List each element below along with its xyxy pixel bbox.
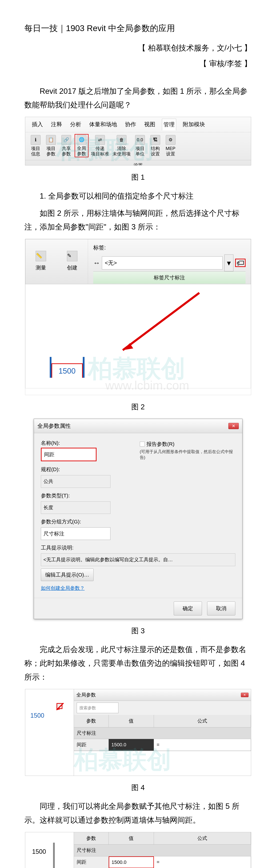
figure-5: 1500 1500 参数 值 公式 尺寸标注 间距 1500.0 =	[25, 832, 251, 868]
label-dropdown[interactable]: <无>	[102, 256, 223, 270]
btn-project-params[interactable]: 📋 项目 参数	[44, 134, 58, 157]
tab-collaborate[interactable]: 协作	[123, 119, 138, 130]
name-label: 名称(N):	[41, 438, 136, 448]
ribbon-group-label: 设置	[25, 160, 251, 165]
name-input[interactable]: 间距	[41, 448, 96, 461]
paramtype-select[interactable]: 长度	[41, 501, 110, 514]
tooltip-label: 工具提示说明:	[41, 543, 235, 552]
svg-line-0	[123, 293, 199, 350]
red-arrow	[116, 291, 203, 353]
btn-label: 参数	[77, 151, 86, 156]
article-title: 每日一技｜1903 Revit 中全局参数的应用	[24, 21, 252, 36]
btn-struct-settings[interactable]: 🏗 结构 设置	[148, 134, 162, 157]
btn-label: 参数	[47, 151, 55, 157]
cell-formula[interactable]: =	[154, 856, 251, 868]
figure-1: 插入 注释 分析 体量和场地 协作 视图 管理 附加模块 ℹ 项目 信息 📋 项…	[25, 117, 251, 165]
tab-view[interactable]: 视图	[143, 119, 157, 130]
btn-label: 共享	[62, 146, 71, 151]
btn-global-params[interactable]: 🌐 全局 参数	[75, 134, 88, 157]
btn-label: 设置	[166, 151, 175, 157]
p-after4: 同理，我们可以将此全局参数赋予其他尺寸标注，如图 5 所示。这样就可以通过参数控…	[24, 799, 252, 827]
cancel-button[interactable]: 取消	[207, 601, 235, 615]
btn-label: 项目	[47, 146, 55, 151]
dialog-title: 全局参数属性	[37, 421, 71, 431]
label-text: 标签:	[93, 243, 246, 253]
btn-label: MEP	[166, 146, 175, 151]
report-label: 报告参数(R)	[146, 439, 174, 449]
dimension-value[interactable]: 1500	[52, 363, 83, 378]
create-icon[interactable]: ✎	[67, 251, 77, 261]
transfer-icon: ⇄	[95, 135, 105, 145]
table-header: 参数 值 公式	[74, 832, 251, 844]
ribbon-tabs: 插入 注释 分析 体量和场地 协作 视图 管理 附加模块	[25, 119, 251, 132]
mep-icon: ⚙	[166, 135, 175, 145]
th-param: 参数	[74, 832, 109, 844]
btn-units[interactable]: 0.0 项目 单位	[133, 134, 147, 157]
red-arrow-icon	[55, 701, 65, 712]
btn-label: 未使用项	[112, 151, 131, 157]
ok-button[interactable]: 确定	[174, 601, 202, 615]
fig1-caption: 图 1	[24, 170, 252, 184]
figure-4: 1500 全局参数 ✕ 搜索参数 参数 值 公式 尺寸标注 间距 1500.0 …	[25, 689, 251, 776]
btn-shared-params[interactable]: 🔗 共享 参数	[59, 134, 73, 157]
cell-param-name: 间距	[74, 739, 109, 751]
th-param: 参数	[74, 715, 109, 727]
th-value: 值	[109, 832, 154, 844]
btn-project-info[interactable]: ℹ 项目 信息	[29, 134, 43, 157]
table-row[interactable]: 间距 1500.0 =	[74, 856, 251, 868]
project-info-icon: ℹ	[31, 135, 40, 145]
cell-param-name: 间距	[74, 856, 109, 868]
edit-tooltip-button[interactable]: 编辑工具提示(O)…	[41, 568, 93, 581]
btn-mep-settings[interactable]: ⚙ MEP 设置	[164, 134, 177, 157]
fig3-caption: 图 3	[24, 624, 252, 638]
paramtype-label: 参数类型(T):	[41, 491, 235, 500]
btn-label: 项目	[136, 146, 144, 151]
dim-value[interactable]: 1500	[30, 710, 44, 721]
ribbon-body: ℹ 项目 信息 📋 项目 参数 🔗 共享 参数 🌐 全局 参数 ⇄ 传递 项目标…	[25, 132, 251, 159]
howto-link[interactable]: 如何创建全局参数？	[41, 584, 85, 592]
th-formula: 公式	[154, 832, 251, 844]
units-icon: 0.0	[135, 135, 145, 145]
btn-purge[interactable]: 🗑 清除 未使用项	[111, 134, 132, 157]
tooltip-text: <无工具提示说明。编辑此参数以编写自定义工具提示。自…	[41, 553, 235, 566]
measure-icon[interactable]: 📏	[36, 251, 46, 261]
measure-label: 测量	[36, 263, 46, 272]
cell-param-value[interactable]: 1500.0	[109, 856, 154, 868]
btn-label: 清除	[117, 146, 126, 151]
intro-paragraph: Revit 2017 版之后增加了全局参数，如图 1 所示，那么全局参数能帮助我…	[24, 84, 252, 112]
dialog-title: 全局参数	[76, 690, 96, 699]
tab-analyze[interactable]: 分析	[69, 119, 83, 130]
btn-label: 参数	[62, 151, 71, 157]
category-row: 尺寸标注	[74, 844, 251, 856]
report-checkbox[interactable]	[140, 442, 145, 446]
table-row[interactable]: 间距 1500.0 =	[74, 739, 251, 751]
dropdown-arrow-icon[interactable]: ▾	[224, 254, 233, 271]
tab-insert[interactable]: 插入	[30, 119, 44, 130]
btn-label: 项目	[31, 146, 40, 151]
create-param-button[interactable]: 🏷	[235, 259, 246, 267]
btn-label: 设置	[151, 151, 160, 157]
tab-manage[interactable]: 管理	[162, 119, 176, 130]
cell-formula[interactable]: =	[154, 739, 251, 751]
tab-annotate[interactable]: 注释	[50, 119, 63, 130]
section1-title: 1. 全局参数可以相同的值指定给多个尺寸标注	[24, 189, 252, 203]
report-hint: (可用于从几何图形条件中提取值，然后在公式中报告)	[140, 449, 235, 460]
p-after3: 完成之后会发现，此尺寸标注显示的还是数值，而不是参数名称；此时如果修改，只需要单…	[24, 643, 252, 684]
btn-transfer-standards[interactable]: ⇄ 传递 项目标准	[90, 134, 110, 157]
tab-massing[interactable]: 体量和场地	[88, 119, 118, 130]
struct-icon: 🏗	[150, 135, 160, 145]
tab-addins[interactable]: 附加模块	[182, 119, 206, 130]
project-params-icon: 📋	[46, 135, 56, 145]
search-input[interactable]: 搜索参数	[77, 703, 118, 713]
panel-label: 标签尺寸标注	[93, 271, 246, 284]
close-button[interactable]: ✕	[241, 693, 249, 697]
th-value: 值	[109, 715, 154, 727]
close-button[interactable]: ✕	[228, 423, 239, 429]
fig5-drawing-area: 1500 1500	[25, 832, 74, 868]
cell-param-value[interactable]: 1500.0	[109, 739, 154, 751]
discipline-select[interactable]: 公共	[41, 475, 110, 488]
dim-value-1: 1500	[32, 846, 46, 858]
group-select[interactable]: 尺寸标注	[41, 527, 110, 540]
dim-icon: ↔	[93, 256, 100, 269]
figure-2: 📏 测量 ✎ 创建 标签: ↔ <无> ▾ 🏷 标签尺寸标注 1	[25, 239, 251, 395]
